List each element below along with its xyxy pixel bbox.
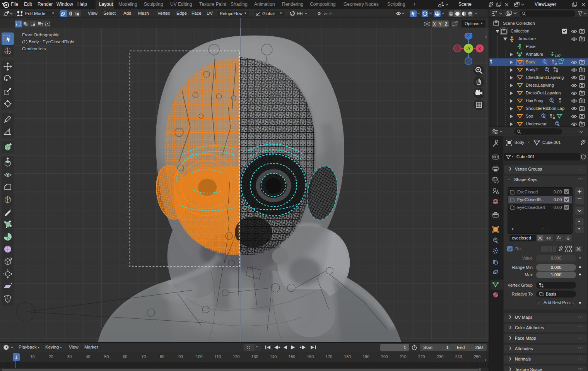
svg-text:Z: Z: [467, 33, 470, 38]
svg-text:197: 197: [555, 53, 561, 58]
svg-text:X: X: [478, 46, 481, 51]
svg-text:-Y: -Y: [467, 46, 471, 51]
